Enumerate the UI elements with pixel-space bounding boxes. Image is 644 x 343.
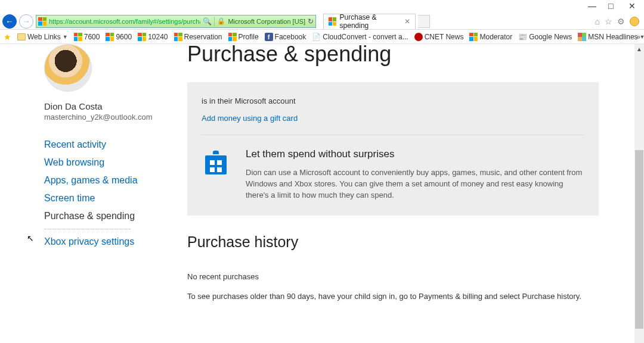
mouse-cursor-icon: ↖ bbox=[27, 233, 34, 243]
cloudconvert-icon: 📄 bbox=[312, 33, 321, 41]
chevron-down-icon: ▼ bbox=[63, 34, 68, 40]
no-recent-purchases-text: No recent purchases bbox=[187, 272, 599, 281]
add-money-link[interactable]: Add money using a gift card bbox=[202, 114, 298, 123]
google-icon: 📰 bbox=[518, 33, 527, 41]
svg-rect-0 bbox=[205, 155, 227, 174]
site-identity-label: Microsoft Corporation [US] bbox=[228, 18, 305, 25]
site-favicon-icon bbox=[38, 17, 47, 26]
winflag-icon bbox=[469, 33, 478, 41]
window-close-button[interactable]: ✕ bbox=[628, 3, 636, 10]
svg-rect-3 bbox=[210, 167, 215, 172]
svg-rect-4 bbox=[217, 167, 222, 172]
favorites-overflow-icon[interactable]: » bbox=[636, 33, 640, 41]
window-maximize-button[interactable]: □ bbox=[608, 3, 615, 10]
settings-gear-icon[interactable]: ⚙ bbox=[617, 17, 625, 26]
url-box[interactable]: 🔍 🔒 Microsoft Corporation [US] ↻ bbox=[36, 15, 316, 28]
browser-tab-active[interactable]: Purchase & spending ✕ bbox=[323, 14, 416, 29]
tab-close-button[interactable]: ✕ bbox=[404, 17, 410, 26]
winflag-icon bbox=[74, 33, 82, 41]
facebook-icon: f bbox=[265, 33, 273, 41]
folder-icon bbox=[17, 33, 26, 40]
tab-favicon-icon bbox=[329, 17, 336, 26]
window-minimize-button[interactable]: — bbox=[588, 3, 595, 10]
spend-info-row: Let them spend without surprises Dion ca… bbox=[202, 148, 584, 201]
lock-icon: 🔒 bbox=[217, 17, 225, 25]
fav-reservation[interactable]: Reservation bbox=[174, 33, 222, 41]
older-purchases-note: To see purchases older than 90 days, hav… bbox=[187, 292, 599, 301]
main-panel: Purchase & spending is in their Microsof… bbox=[187, 44, 634, 343]
page-title: Purchase & spending bbox=[187, 44, 599, 67]
sidebar-item-purchase-spending[interactable]: Purchase & spending bbox=[44, 211, 187, 229]
toolbar-right: ⌂ ☆ ⚙ bbox=[595, 17, 642, 26]
fav-google-news[interactable]: 📰Google News bbox=[518, 33, 572, 41]
cnet-icon bbox=[414, 33, 423, 41]
sidebar-item-web-browsing[interactable]: Web browsing bbox=[44, 157, 187, 168]
refresh-icon[interactable]: ↻ bbox=[308, 17, 314, 26]
fav-web-links[interactable]: Web Links▼ bbox=[17, 33, 68, 41]
fav-9600[interactable]: 9600 bbox=[106, 33, 132, 41]
add-favorite-icon[interactable]: ★ bbox=[4, 32, 11, 42]
nav-back-button[interactable]: ← bbox=[2, 14, 17, 29]
fav-moderator[interactable]: Moderator bbox=[469, 33, 512, 41]
sidebar-item-apps-games-media[interactable]: Apps, games & media bbox=[44, 175, 187, 186]
fav-facebook[interactable]: fFacebook bbox=[265, 33, 306, 41]
scroll-up-button[interactable]: ▲ bbox=[634, 44, 644, 54]
home-icon[interactable]: ⌂ bbox=[595, 17, 600, 26]
url-input[interactable] bbox=[49, 18, 200, 25]
winflag-icon bbox=[228, 33, 237, 41]
fav-profile[interactable]: Profile bbox=[228, 33, 259, 41]
avatar bbox=[44, 44, 92, 92]
fav-msn[interactable]: MSN Headlines▼ bbox=[578, 33, 644, 41]
profile-email: masterchino_y2k@outlook.com bbox=[44, 113, 187, 121]
scroll-thumb[interactable] bbox=[635, 150, 643, 329]
purchase-history-heading: Purchase history bbox=[187, 233, 599, 251]
balance-panel: is in their Microsoft account Add money … bbox=[187, 82, 599, 216]
balance-panel-top: is in their Microsoft account Add money … bbox=[202, 96, 584, 135]
shopping-bag-icon bbox=[202, 148, 230, 177]
new-tab-button[interactable] bbox=[418, 15, 430, 28]
sidebar: Dion Da Costa masterchino_y2k@outlook.co… bbox=[44, 44, 187, 343]
fav-10240[interactable]: 10240 bbox=[138, 33, 168, 41]
feedback-smiley-icon[interactable] bbox=[630, 17, 639, 26]
favorites-bar: ★ Web Links▼ 7600 9600 10240 Reservation… bbox=[0, 30, 644, 44]
favorites-star-icon[interactable]: ☆ bbox=[605, 17, 612, 26]
winflag-icon bbox=[138, 33, 146, 41]
spend-body-text: Dion can use a Microsoft account to conv… bbox=[246, 167, 584, 201]
svg-rect-1 bbox=[210, 160, 215, 165]
winflag-icon bbox=[174, 33, 182, 41]
page-content: Dion Da Costa masterchino_y2k@outlook.co… bbox=[0, 44, 634, 343]
fav-cloudconvert[interactable]: 📄CloudConvert - convert a... bbox=[312, 33, 408, 41]
search-icon[interactable]: 🔍 bbox=[203, 17, 212, 26]
sidebar-item-xbox-privacy[interactable]: Xbox privacy settings bbox=[44, 236, 187, 247]
sidebar-item-recent-activity[interactable]: Recent activity bbox=[44, 139, 187, 150]
fav-7600[interactable]: 7600 bbox=[74, 33, 100, 41]
svg-rect-2 bbox=[217, 160, 222, 165]
urlbox-divider bbox=[214, 17, 215, 26]
profile-name: Dion Da Costa bbox=[44, 101, 187, 111]
winflag-icon bbox=[106, 33, 114, 41]
tab-title: Purchase & spending bbox=[340, 13, 401, 30]
address-bar: ← → 🔍 🔒 Microsoft Corporation [US] ↻ Pur… bbox=[0, 13, 644, 30]
fav-cnet[interactable]: CNET News bbox=[414, 33, 464, 41]
vertical-scrollbar[interactable]: ▲ bbox=[634, 44, 644, 343]
spend-heading: Let them spend without surprises bbox=[246, 148, 584, 160]
msn-icon bbox=[578, 33, 586, 41]
sidebar-item-screen-time[interactable]: Screen time bbox=[44, 193, 187, 204]
window-titlebar: — □ ✕ bbox=[0, 0, 644, 13]
balance-status-text: is in their Microsoft account bbox=[202, 96, 584, 105]
nav-forward-button[interactable]: → bbox=[19, 14, 33, 29]
